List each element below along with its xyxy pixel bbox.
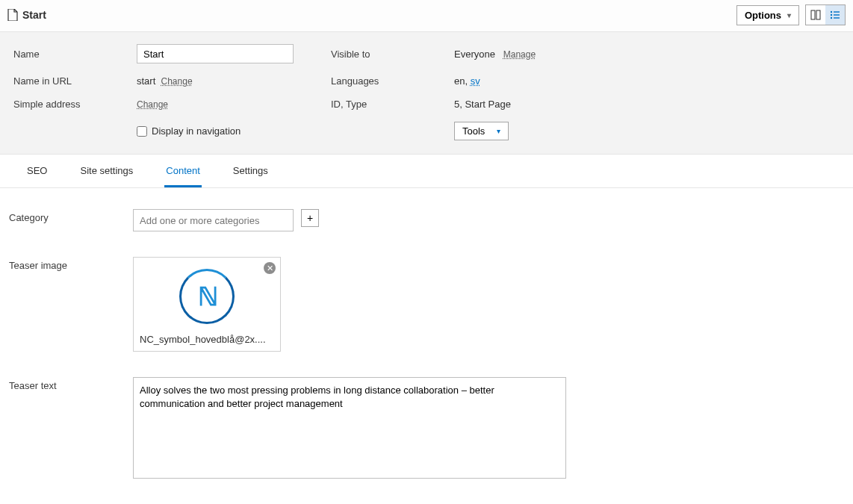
view-grid-button[interactable] <box>806 5 825 25</box>
manage-link[interactable]: Manage <box>503 49 536 60</box>
header-left: Start <box>7 9 46 21</box>
meta-panel: Name Visible to Everyone Manage Name in … <box>0 32 853 155</box>
svg-point-6 <box>831 17 832 19</box>
idtype-label: ID, Type <box>331 99 454 110</box>
teaser-text-label: Teaser text <box>9 377 133 391</box>
teaser-image-label: Teaser image <box>9 257 133 271</box>
teaser-text-row: Teaser text <box>9 377 844 479</box>
display-nav-checkbox[interactable] <box>137 126 147 137</box>
teaser-text-input[interactable] <box>133 377 566 479</box>
svg-rect-0 <box>811 10 815 19</box>
svg-point-4 <box>831 14 832 16</box>
teaser-image-row: Teaser image ✕ ℕ NC_symbol_hovedblå@2x..… <box>9 257 844 352</box>
view-list-button[interactable] <box>825 5 845 25</box>
page-header: Start Options ▾ <box>0 0 853 31</box>
tab-settings[interactable]: Settings <box>232 155 270 187</box>
lang-secondary-link[interactable]: sv <box>471 75 480 87</box>
tools-button[interactable]: Tools ▾ <box>454 122 509 140</box>
page-title: Start <box>22 9 46 21</box>
teaser-image-filename: NC_symbol_hovedblå@2x.... <box>138 329 276 346</box>
svg-rect-1 <box>816 10 820 19</box>
page-icon <box>7 9 18 21</box>
options-label: Options <box>745 10 781 21</box>
url-label: Name in URL <box>13 75 137 87</box>
teaser-image-card[interactable]: ✕ ℕ NC_symbol_hovedblå@2x.... <box>133 257 281 352</box>
chevron-down-icon: ▾ <box>787 11 791 19</box>
url-change-link[interactable]: Change <box>161 76 193 87</box>
display-nav-label: Display in navigation <box>152 125 241 137</box>
simple-addr-change-link[interactable]: Change <box>137 99 168 110</box>
tab-content[interactable]: Content <box>164 155 202 187</box>
svg-point-2 <box>831 11 832 13</box>
header-right: Options ▾ <box>736 4 846 25</box>
tab-seo[interactable]: SEO <box>25 155 49 187</box>
svg-rect-5 <box>834 14 840 15</box>
remove-teaser-button[interactable]: ✕ <box>264 262 276 274</box>
options-button[interactable]: Options ▾ <box>736 5 799 25</box>
chevron-down-icon: ▾ <box>497 127 500 135</box>
add-category-button[interactable]: + <box>301 209 319 227</box>
teaser-thumbnail: ℕ <box>138 264 276 329</box>
url-value: start <box>137 75 155 87</box>
content-panel: Category + Teaser image ✕ ℕ NC_symbol_ho… <box>0 188 853 501</box>
tools-label: Tools <box>462 125 485 137</box>
languages-label: Languages <box>331 75 454 87</box>
name-input[interactable] <box>137 44 294 63</box>
name-label: Name <box>13 49 137 60</box>
tab-site-settings[interactable]: Site settings <box>78 155 134 187</box>
tabs: SEO Site settings Content Settings <box>0 155 853 188</box>
category-input[interactable] <box>133 209 294 231</box>
idtype-value: 5, Start Page <box>454 99 663 110</box>
category-row: Category + <box>9 209 844 231</box>
simple-addr-label: Simple address <box>13 99 137 110</box>
svg-rect-7 <box>834 17 840 18</box>
visible-label: Visible to <box>331 49 454 60</box>
visible-value: Everyone <box>454 49 495 60</box>
lang-primary: en <box>454 75 465 87</box>
svg-rect-3 <box>834 11 840 12</box>
view-toggle-group <box>805 4 846 25</box>
logo-icon: ℕ <box>179 269 235 324</box>
category-label: Category <box>9 209 133 223</box>
